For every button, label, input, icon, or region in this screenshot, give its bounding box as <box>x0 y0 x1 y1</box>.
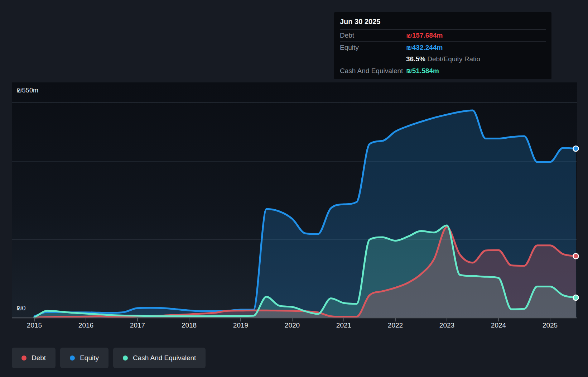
tooltip-row-debt: Debt ₪157.684m <box>340 30 546 42</box>
x-axis-label-2017: 2017 <box>130 321 145 329</box>
tooltip-equity-label: Equity <box>340 44 406 52</box>
y-axis-label-max: ₪550m <box>16 87 38 94</box>
x-axis-label-2018: 2018 <box>182 321 197 329</box>
tooltip-equity-value: ₪432.244m <box>406 44 443 52</box>
tooltip-debt-value: ₪157.684m <box>406 32 443 39</box>
cash-swatch-icon <box>123 355 128 361</box>
x-axis-label-2016: 2016 <box>78 321 93 329</box>
tooltip-date: Jun 30 2025 <box>340 14 546 30</box>
chart-legend: Debt Equity Cash And Equivalent <box>12 348 206 368</box>
x-axis-label-2019: 2019 <box>233 321 248 329</box>
tooltip-row-cash: Cash And Equivalent ₪51.584m <box>340 65 546 77</box>
end-marker-equity[interactable] <box>573 146 579 151</box>
tooltip-ratio: 36.5% Debt/Equity Ratio <box>406 55 480 63</box>
x-axis-label-2020: 2020 <box>285 321 300 329</box>
chart-tooltip: Jun 30 2025 Debt ₪157.684m Equity ₪432.2… <box>334 12 551 79</box>
debt-swatch-icon <box>21 355 26 361</box>
legend-item-cash[interactable]: Cash And Equivalent <box>113 348 206 368</box>
x-axis-label-2023: 2023 <box>439 321 454 329</box>
tooltip-ratio-value: 36.5% <box>406 55 425 63</box>
end-marker-cash-and-equivalent[interactable] <box>573 295 579 300</box>
tooltip-cash-label: Cash And Equivalent <box>340 67 406 75</box>
x-axis-label-2022: 2022 <box>388 321 403 329</box>
legend-item-equity[interactable]: Equity <box>60 348 109 368</box>
tooltip-debt-label: Debt <box>340 32 406 39</box>
x-axis <box>12 318 577 321</box>
y-axis-label-zero: ₪0 <box>16 305 26 312</box>
tooltip-row-equity: Equity ₪432.244m <box>340 42 546 53</box>
equity-swatch-icon <box>70 355 75 361</box>
x-axis-label-2025: 2025 <box>543 321 558 329</box>
legend-item-debt[interactable]: Debt <box>12 348 56 368</box>
x-axis-label-2021: 2021 <box>336 321 351 329</box>
x-axis-label-2015: 2015 <box>27 321 42 329</box>
tooltip-cash-value: ₪51.584m <box>406 67 439 75</box>
legend-equity-label: Equity <box>80 354 99 362</box>
tooltip-row-ratio: 36.5% Debt/Equity Ratio <box>340 53 546 65</box>
legend-debt-label: Debt <box>32 354 46 362</box>
tooltip-ratio-label: Debt/Equity Ratio <box>427 55 480 63</box>
end-marker-debt[interactable] <box>573 253 579 259</box>
legend-cash-label: Cash And Equivalent <box>133 354 196 362</box>
debt-equity-history-chart: ₪550m ₪0 2015201620172018201920202021202… <box>0 0 588 377</box>
x-axis-label-2024: 2024 <box>491 321 506 329</box>
